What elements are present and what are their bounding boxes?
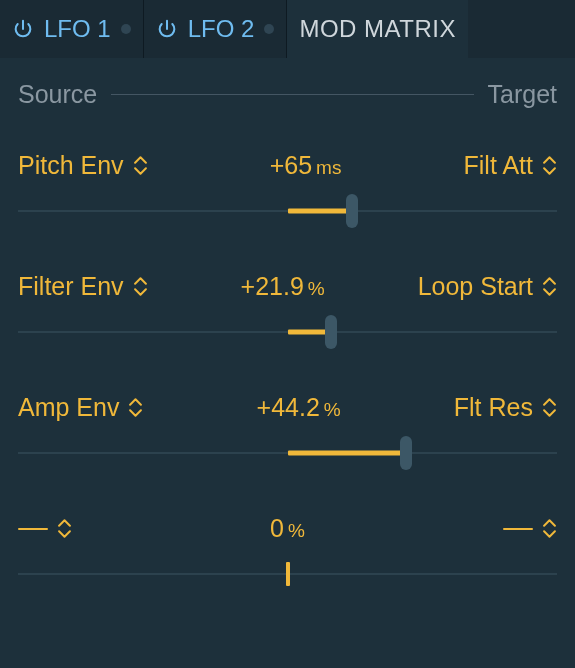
- amount-number: +21.9: [241, 272, 304, 300]
- header-divider-line: [111, 94, 473, 95]
- slider-center-tick: [286, 562, 290, 586]
- slider-fill: [288, 209, 353, 214]
- source-label: Amp Env: [18, 393, 119, 422]
- slider-fill: [288, 451, 407, 456]
- updown-icon: [129, 397, 143, 419]
- power-icon[interactable]: [156, 18, 178, 40]
- updown-icon: [58, 518, 72, 540]
- target-picker[interactable]: [503, 518, 557, 540]
- amount-value[interactable]: +44.2%: [257, 393, 341, 422]
- mod-row-controls: Pitch Env+65msFilt Att: [18, 151, 557, 180]
- amount-unit: %: [308, 278, 325, 299]
- amount-number: +65: [270, 151, 312, 179]
- slider-thumb[interactable]: [346, 194, 358, 228]
- tab-lfo1[interactable]: LFO 1: [0, 0, 144, 58]
- power-icon[interactable]: [12, 18, 34, 40]
- amount-value[interactable]: +21.9%: [241, 272, 325, 301]
- mod-row-controls: 0%: [18, 514, 557, 543]
- amount-slider[interactable]: [18, 198, 557, 224]
- mod-row: Amp Env+44.2%Flt Res: [18, 393, 557, 466]
- mod-row: Pitch Env+65msFilt Att: [18, 151, 557, 224]
- amount-number: +44.2: [257, 393, 320, 421]
- mod-matrix-panel: Source Target Pitch Env+65msFilt AttFilt…: [0, 58, 575, 587]
- updown-icon: [134, 155, 148, 177]
- amount-value[interactable]: +65ms: [270, 151, 342, 180]
- source-label: Pitch Env: [18, 151, 124, 180]
- empty-dash-icon: [18, 528, 48, 530]
- amount-slider[interactable]: [18, 319, 557, 345]
- slider-thumb[interactable]: [400, 436, 412, 470]
- source-header: Source: [18, 80, 97, 109]
- source-label: Filter Env: [18, 272, 124, 301]
- amount-slider[interactable]: [18, 440, 557, 466]
- indicator-dot-icon: [121, 24, 131, 34]
- mod-row-controls: Amp Env+44.2%Flt Res: [18, 393, 557, 422]
- indicator-dot-icon: [264, 24, 274, 34]
- mod-row-controls: Filter Env+21.9%Loop Start: [18, 272, 557, 301]
- tab-label: MOD MATRIX: [299, 15, 456, 43]
- tab-lfo2[interactable]: LFO 2: [144, 0, 288, 58]
- target-header: Target: [488, 80, 557, 109]
- amount-unit: ms: [316, 157, 341, 178]
- source-picker[interactable]: [18, 518, 72, 540]
- mod-row: 0%: [18, 514, 557, 587]
- target-picker[interactable]: Flt Res: [454, 393, 557, 422]
- tab-bar: LFO 1 LFO 2 MOD MATRIX: [0, 0, 575, 58]
- amount-unit: %: [324, 399, 341, 420]
- target-picker[interactable]: Filt Att: [464, 151, 557, 180]
- tab-label: LFO 2: [188, 15, 255, 43]
- tab-label: LFO 1: [44, 15, 111, 43]
- amount-value[interactable]: 0%: [270, 514, 305, 543]
- source-picker[interactable]: Filter Env: [18, 272, 148, 301]
- source-picker[interactable]: Amp Env: [18, 393, 143, 422]
- target-label: Flt Res: [454, 393, 533, 422]
- tab-mod-matrix[interactable]: MOD MATRIX: [287, 0, 468, 58]
- updown-icon: [134, 276, 148, 298]
- amount-unit: %: [288, 520, 305, 541]
- source-picker[interactable]: Pitch Env: [18, 151, 148, 180]
- column-header-row: Source Target: [18, 80, 557, 109]
- mod-row: Filter Env+21.9%Loop Start: [18, 272, 557, 345]
- target-label: Loop Start: [418, 272, 533, 301]
- target-label: Filt Att: [464, 151, 533, 180]
- updown-icon: [543, 276, 557, 298]
- slider-thumb[interactable]: [325, 315, 337, 349]
- updown-icon: [543, 155, 557, 177]
- updown-icon: [543, 397, 557, 419]
- amount-slider[interactable]: [18, 561, 557, 587]
- updown-icon: [543, 518, 557, 540]
- target-picker[interactable]: Loop Start: [418, 272, 557, 301]
- empty-dash-icon: [503, 528, 533, 530]
- amount-number: 0: [270, 514, 284, 542]
